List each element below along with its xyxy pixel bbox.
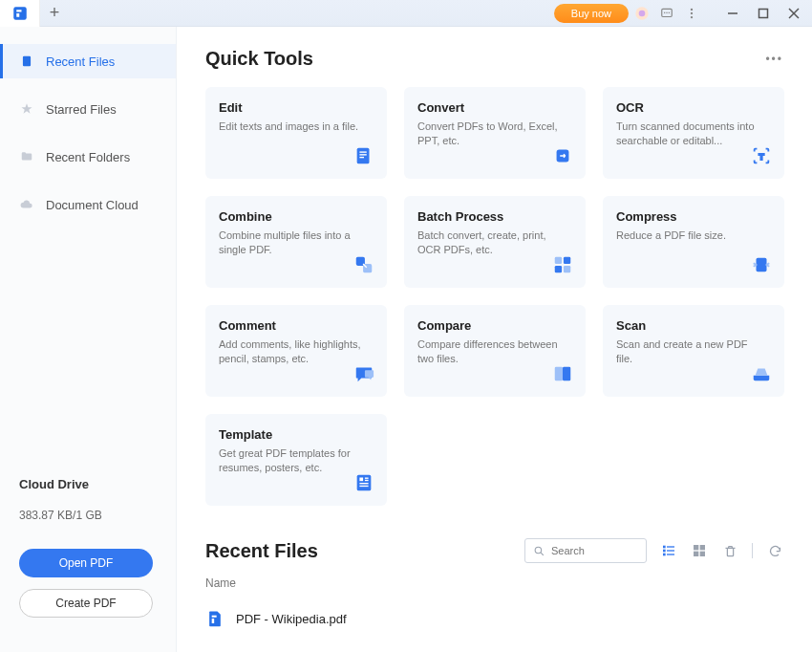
- sidebar-item-label: Recent Folders: [46, 150, 130, 164]
- svg-rect-28: [564, 266, 570, 272]
- tool-ocr[interactable]: OCRTurn scanned documents into searchabl…: [603, 87, 784, 179]
- convert-icon: [551, 144, 574, 167]
- list-view-icon[interactable]: [660, 542, 677, 559]
- scan-icon: [750, 362, 773, 385]
- svg-rect-0: [13, 7, 27, 20]
- sidebar-item-recent-folders[interactable]: Recent Folders: [0, 140, 176, 174]
- svg-point-9: [691, 9, 693, 11]
- combine-icon: [353, 253, 375, 276]
- sidebar-item-label: Recent Files: [46, 54, 115, 69]
- comment-icon: [353, 362, 375, 385]
- tool-compare[interactable]: CompareCompare differences between two f…: [404, 305, 586, 397]
- delete-icon[interactable]: [721, 542, 738, 559]
- folder-icon: [19, 149, 34, 164]
- app-logo: [0, 0, 40, 27]
- svg-rect-31: [563, 367, 570, 381]
- quick-tools-title: Quick Tools: [205, 48, 313, 70]
- create-pdf-button[interactable]: Create PDF: [19, 589, 153, 618]
- svg-rect-33: [359, 478, 363, 482]
- svg-rect-17: [357, 148, 370, 164]
- recent-files-title: Recent Files: [205, 540, 318, 562]
- more-menu-icon[interactable]: •••: [765, 53, 783, 66]
- sidebar-item-recent-files[interactable]: Recent Files: [0, 44, 176, 78]
- grid-view-icon[interactable]: [691, 542, 708, 559]
- svg-rect-18: [359, 151, 366, 152]
- svg-line-39: [541, 553, 544, 555]
- template-icon: [353, 471, 375, 494]
- svg-rect-34: [365, 478, 369, 479]
- svg-rect-37: [359, 486, 368, 487]
- svg-rect-25: [555, 257, 562, 264]
- cloud-icon: [19, 197, 34, 212]
- svg-rect-51: [212, 619, 215, 623]
- svg-rect-16: [23, 56, 31, 67]
- svg-text:T: T: [759, 152, 764, 162]
- svg-rect-36: [359, 483, 368, 484]
- buy-now-button[interactable]: Buy now: [554, 4, 629, 23]
- svg-point-10: [691, 12, 693, 14]
- open-pdf-button[interactable]: Open PDF: [19, 549, 153, 577]
- close-button[interactable]: [780, 2, 808, 25]
- tool-convert[interactable]: ConvertConvert PDFs to Word, Excel, PPT,…: [404, 87, 586, 179]
- svg-point-38: [535, 547, 542, 554]
- tool-template[interactable]: TemplateGet great PDF templates for resu…: [205, 414, 387, 506]
- pdf-file-icon: [205, 609, 224, 628]
- edit-icon: [353, 144, 375, 167]
- svg-rect-48: [694, 552, 698, 556]
- search-input[interactable]: [551, 545, 637, 556]
- compress-icon: [750, 253, 773, 276]
- ocr-icon: T: [750, 144, 773, 167]
- tool-compress[interactable]: CompressReduce a PDF file size.: [603, 196, 784, 288]
- svg-rect-19: [359, 154, 366, 155]
- file-name: PDF - Wikipedia.pdf: [236, 612, 347, 626]
- svg-rect-2: [16, 13, 19, 17]
- titlebar: + Buy now: [0, 0, 812, 27]
- svg-rect-41: [667, 546, 674, 547]
- svg-rect-47: [700, 545, 705, 550]
- maximize-button[interactable]: [749, 2, 778, 25]
- pdfelement-logo-icon: [11, 5, 29, 22]
- refresh-icon[interactable]: [766, 542, 783, 559]
- tool-comment[interactable]: CommentAdd comments, like highlights, pe…: [205, 305, 387, 397]
- batch-icon: [551, 253, 574, 276]
- tool-edit[interactable]: EditEdit texts and images in a file.: [205, 87, 387, 179]
- tool-scan[interactable]: ScanScan and create a new PDF file.: [603, 305, 784, 397]
- kebab-menu-icon[interactable]: [680, 2, 703, 25]
- svg-rect-30: [555, 367, 563, 381]
- sidebar-item-starred-files[interactable]: Starred Files: [0, 92, 176, 126]
- sidebar-item-label: Starred Files: [46, 102, 117, 117]
- search-box[interactable]: [524, 538, 647, 563]
- svg-rect-43: [667, 550, 674, 551]
- svg-point-4: [639, 11, 646, 17]
- tools-grid: EditEdit texts and images in a file. Con…: [205, 87, 783, 506]
- svg-rect-50: [212, 616, 217, 618]
- cloud-drive-usage: 383.87 KB/1 GB: [19, 509, 157, 522]
- sidebar-item-label: Document Cloud: [46, 198, 139, 212]
- compare-icon: [551, 362, 574, 385]
- star-icon: [19, 101, 34, 117]
- svg-rect-49: [700, 552, 705, 556]
- svg-rect-44: [663, 554, 666, 556]
- svg-rect-42: [663, 550, 666, 553]
- new-tab-button[interactable]: +: [40, 0, 69, 27]
- minimize-button[interactable]: [718, 2, 747, 25]
- svg-rect-1: [16, 10, 21, 11]
- column-header-name: Name: [205, 576, 783, 590]
- sidebar: Recent Files Starred Files Recent Folder…: [0, 27, 177, 652]
- file-icon: [19, 54, 34, 69]
- sidebar-item-document-cloud[interactable]: Document Cloud: [0, 187, 176, 222]
- avatar-icon[interactable]: [630, 2, 653, 25]
- main-content: Quick Tools ••• EditEdit texts and image…: [177, 27, 812, 652]
- svg-rect-13: [759, 10, 768, 18]
- tool-batch-process[interactable]: Batch ProcessBatch convert, create, prin…: [404, 196, 586, 288]
- file-row[interactable]: PDF - Wikipedia.pdf: [205, 603, 783, 634]
- svg-point-11: [691, 16, 693, 18]
- svg-rect-20: [359, 157, 364, 158]
- svg-rect-26: [564, 257, 570, 264]
- tool-combine[interactable]: CombineCombine multiple files into a sin…: [205, 196, 387, 288]
- svg-rect-27: [555, 266, 562, 272]
- svg-rect-40: [663, 546, 666, 549]
- feedback-icon[interactable]: [655, 2, 678, 25]
- cloud-drive-title: Cloud Drive: [19, 477, 157, 491]
- svg-rect-46: [694, 545, 698, 550]
